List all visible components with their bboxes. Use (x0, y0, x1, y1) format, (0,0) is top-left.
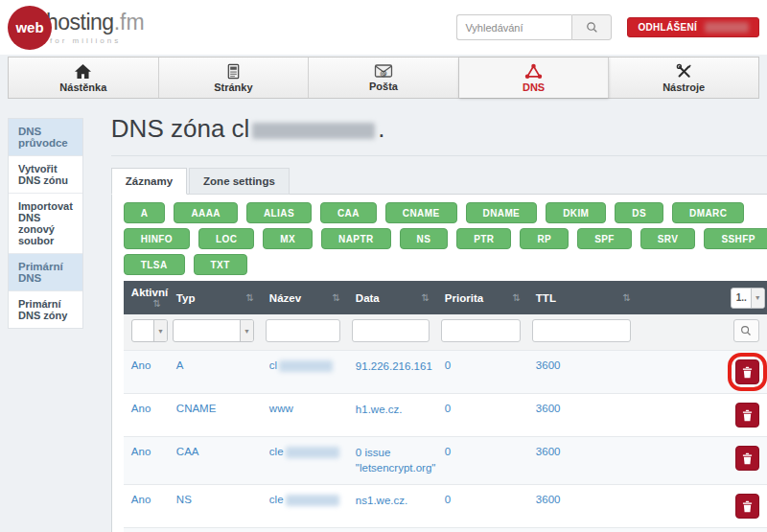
cell-data[interactable]: ns2.we.cz. (348, 528, 437, 532)
cell-nazev[interactable]: www (262, 394, 348, 437)
cell-ttl[interactable]: 3600 (528, 351, 639, 394)
cell-data[interactable]: 91.226.216.161 (348, 351, 437, 394)
cell-typ[interactable]: CNAME (169, 394, 262, 437)
cell-aktivni[interactable]: Ano (124, 528, 169, 532)
nav-tab-posta[interactable]: @ Pošta (309, 58, 459, 98)
nav-tab-dns[interactable]: DNS (459, 58, 610, 98)
sort-icon[interactable]: ⇅ (421, 292, 429, 303)
logout-button[interactable]: ODHLÁŠENÍ (627, 17, 759, 37)
sort-icon[interactable]: ⇅ (152, 298, 160, 309)
chevron-down-icon: ▼ (751, 289, 764, 308)
record-type-button-ds[interactable]: DS (615, 202, 663, 223)
cell-ttl[interactable]: 3600 (528, 437, 639, 485)
record-type-button-dkim[interactable]: DKIM (546, 202, 606, 223)
cell-typ[interactable]: NS (169, 528, 262, 532)
nav-tab-nastroje[interactable]: Nástroje (609, 58, 758, 98)
record-type-button-dname[interactable]: DNAME (466, 202, 538, 223)
cell-data[interactable]: ns1.we.cz. (348, 485, 437, 528)
delete-record-button[interactable] (735, 359, 759, 384)
sort-icon[interactable]: ⇅ (512, 292, 520, 303)
cell-aktivni[interactable]: Ano (124, 351, 169, 394)
cell-priorita[interactable]: 0 (437, 437, 528, 485)
delete-record-button[interactable] (735, 446, 759, 471)
column-header-typ[interactable]: Typ⇅ (169, 281, 262, 314)
cell-data[interactable]: 0 issue"letsencrypt.org" (348, 437, 437, 485)
sidebar-item-vytvorit-dns-zonu[interactable]: Vytvořit DNS zónu (9, 156, 82, 194)
record-type-button-cname[interactable]: CNAME (385, 202, 457, 223)
sort-icon[interactable]: ⇅ (332, 292, 339, 303)
record-type-button-loc[interactable]: LOC (198, 228, 254, 249)
column-header-název[interactable]: Název⇅ (262, 281, 348, 314)
record-type-button-mx[interactable]: MX (263, 228, 313, 249)
nav-tab-stranky[interactable]: Stránky (159, 58, 310, 98)
sidebar-item-primarni-dns-zony[interactable]: Primární DNS zóny (9, 291, 82, 328)
tab-zaznamy[interactable]: Záznamy (111, 168, 187, 195)
cell-priorita[interactable]: 0 (437, 351, 528, 394)
search-button[interactable] (571, 14, 612, 40)
cell-typ[interactable]: A (169, 351, 262, 394)
logo-circle: web (8, 6, 52, 50)
chevron-down-icon: ▼ (240, 320, 253, 341)
cell-data[interactable]: h1.we.cz. (348, 394, 437, 437)
cell-nazev[interactable]: cle (262, 485, 348, 528)
cell-nazev[interactable]: cl (262, 351, 348, 394)
filter-priorita-input[interactable] (441, 319, 521, 342)
dns-icon (524, 63, 543, 80)
cell-aktivni[interactable]: Ano (124, 437, 169, 485)
record-type-button-spf[interactable]: SPF (577, 228, 632, 249)
record-type-button-srv[interactable]: SRV (640, 228, 696, 249)
record-type-button-tlsa[interactable]: TLSA (124, 254, 185, 275)
record-type-button-txt[interactable]: TXT (194, 254, 247, 275)
page-size-select[interactable]: 1.. ▼ (731, 288, 765, 309)
sort-icon[interactable]: ⇅ (245, 292, 253, 303)
cell-aktivni[interactable]: Ano (124, 485, 169, 528)
sidebar-item-importovat-dns-soubor[interactable]: Importovat DNS zonový soubor (9, 194, 82, 254)
column-header-aktivní[interactable]: Aktivní⇅ (124, 281, 169, 314)
filter-aktivni-select[interactable]: ▼ (131, 319, 168, 342)
logo-circle-text: web (15, 19, 43, 35)
record-type-button-sshfp[interactable]: SSHFP (704, 228, 767, 249)
filter-nazev-input[interactable] (266, 319, 340, 342)
record-type-button-alias[interactable]: ALIAS (246, 202, 312, 223)
cell-typ[interactable]: CAA (169, 437, 262, 485)
record-type-button-naptr[interactable]: NAPTR (321, 228, 390, 249)
nav-tab-nastenka[interactable]: Nástěnka (9, 58, 159, 98)
dns-records-table: Aktivní⇅Typ⇅Název⇅Data⇅Priorita⇅TTL⇅ 1..… (124, 281, 767, 532)
cell-aktivni[interactable]: Ano (124, 394, 169, 437)
logo[interactable]: web hosting.fm for millions (8, 6, 145, 50)
record-type-button-hinfo[interactable]: HINFO (124, 228, 190, 249)
sort-icon[interactable]: ⇅ (622, 292, 630, 303)
record-type-button-a[interactable]: A (124, 202, 166, 223)
filter-typ-select[interactable]: ▼ (173, 319, 254, 342)
record-type-button-ptr[interactable]: PTR (456, 228, 511, 249)
delete-record-button[interactable] (735, 494, 759, 519)
cell-nazev[interactable]: cle (262, 437, 348, 485)
cell-priorita[interactable]: 0 (437, 394, 528, 437)
delete-record-button[interactable] (735, 403, 759, 428)
cell-ttl[interactable]: 3600 (528, 394, 639, 437)
column-header-priorita[interactable]: Priorita⇅ (437, 281, 528, 314)
record-type-button-ns[interactable]: NS (400, 228, 449, 249)
tab-zone-settings[interactable]: Zone settings (189, 168, 290, 195)
cell-typ[interactable]: NS (169, 485, 262, 528)
record-type-button-aaaa[interactable]: AAAA (174, 202, 238, 223)
cell-priorita[interactable]: 0 (437, 485, 528, 528)
cell-ttl[interactable]: 3600 (528, 528, 639, 532)
cell-ttl[interactable]: 3600 (528, 485, 639, 528)
record-type-button-dmarc[interactable]: DMARC (672, 202, 744, 223)
trash-icon (742, 500, 753, 513)
filter-ttl-input[interactable] (532, 319, 631, 342)
table-row: AnoCAAcle0 issue"letsencrypt.org"03600 (124, 437, 767, 485)
filter-data-input[interactable] (352, 319, 430, 342)
cell-actions (639, 437, 767, 485)
record-type-button-rp[interactable]: RP (520, 228, 569, 249)
svg-text:@: @ (380, 69, 387, 78)
column-header-ttl[interactable]: TTL⇅ (528, 281, 639, 314)
filter-search-button[interactable] (733, 319, 759, 342)
record-type-button-caa[interactable]: CAA (320, 202, 377, 223)
table-body: AnoAcl91.226.216.16103600AnoCNAMEwwwh1.w… (124, 351, 767, 532)
cell-nazev[interactable]: clev (262, 528, 348, 532)
search-input[interactable] (456, 14, 571, 40)
cell-priorita[interactable]: 0 (437, 528, 528, 532)
column-header-data[interactable]: Data⇅ (348, 281, 437, 314)
